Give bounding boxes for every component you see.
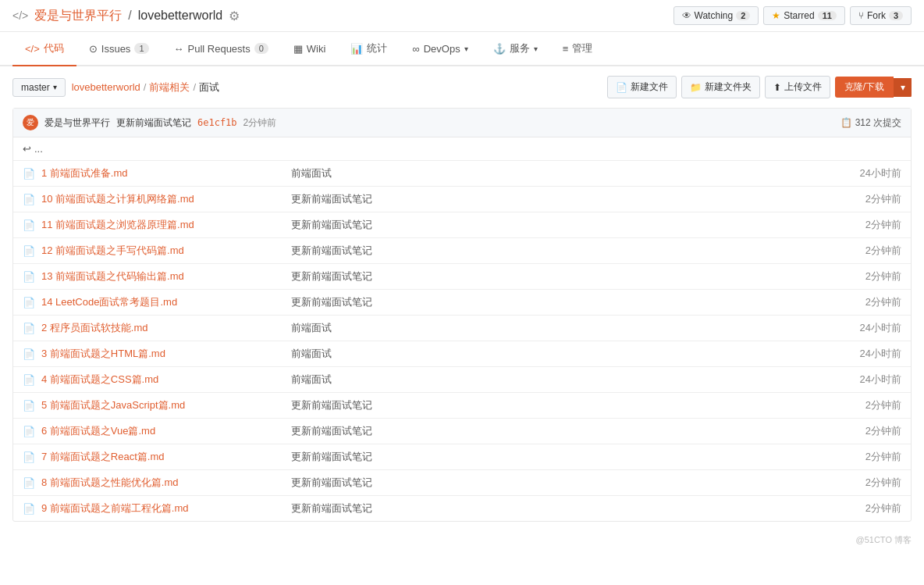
new-file-label: 新建文件 [631, 80, 668, 94]
eye-icon: 👁 [682, 10, 691, 21]
commit-time: 2分钟前 [243, 116, 277, 130]
fork-button[interactable]: ⑂ Fork 3 [850, 6, 912, 25]
file-link[interactable]: 3 前端面试题之HTML篇.md [41, 348, 165, 359]
file-commit-msg: 前端面试 [291, 321, 808, 335]
clone-button[interactable]: 克隆/下载 ▾ [835, 77, 912, 98]
new-folder-label: 新建文件夹 [705, 80, 752, 94]
avatar: 爱 [23, 115, 38, 130]
branch-selector[interactable]: master ▾ [12, 78, 66, 97]
file-icon: 📄 [23, 503, 35, 515]
file-commit-msg: 更新前端面试笔记 [291, 501, 808, 515]
back-label: ... [34, 143, 43, 155]
file-icon: 📄 [23, 348, 35, 360]
file-name: 14 LeetCode面试常考题目.md [41, 295, 291, 309]
repo-org-link[interactable]: 爱是与世界平行 [34, 8, 122, 24]
code-tab-label: 代码 [44, 41, 64, 55]
pr-badge: 0 [254, 43, 268, 54]
tab-wiki[interactable]: ▦ Wiki [281, 34, 339, 66]
tab-issues[interactable]: ⊙ Issues 1 [76, 34, 162, 66]
file-link[interactable]: 8 前端面试题之性能优化篇.md [41, 476, 179, 488]
services-dropdown-icon: ▾ [534, 45, 538, 53]
tab-code[interactable]: </> 代码 [12, 32, 76, 66]
table-row: 📄 13 前端面试题之代码输出篇.md 更新前端面试笔记 2分钟前 [13, 264, 911, 290]
tab-devops[interactable]: ∞ DevOps ▾ [400, 34, 480, 66]
clone-dropdown-button[interactable]: ▾ [894, 78, 912, 97]
file-icon: 📄 [23, 477, 35, 489]
new-folder-button[interactable]: 📁 新建文件夹 [681, 76, 760, 98]
table-row: 📄 9 前端面试题之前端工程化篇.md 更新前端面试笔记 2分钟前 [13, 496, 911, 521]
watching-button[interactable]: 👁 Watching 2 [673, 6, 759, 25]
file-name: 9 前端面试题之前端工程化篇.md [41, 501, 291, 515]
file-link[interactable]: 5 前端面试题之JavaScript篇.md [41, 399, 185, 411]
file-commit-msg: 更新前端面试笔记 [291, 218, 808, 232]
file-link[interactable]: 11 前端面试题之浏览器原理篇.md [41, 219, 194, 230]
file-commit-msg: 前端面试 [291, 373, 808, 387]
file-name: 1 前端面试准备.md [41, 166, 291, 180]
commit-message: 更新前端面试笔记 [116, 116, 191, 130]
file-rows-container: 📄 1 前端面试准备.md 前端面试 24小时前 📄 10 前端面试题之计算机网… [13, 161, 911, 521]
file-link[interactable]: 6 前端面试题之Vue篇.md [41, 425, 155, 437]
upload-file-button[interactable]: ⬆ 上传文件 [765, 76, 830, 98]
stats-tab-icon: 📊 [350, 43, 363, 55]
file-name: 11 前端面试题之浏览器原理篇.md [41, 218, 291, 232]
file-icon: 📄 [23, 451, 35, 463]
commit-count: 📋 312 次提交 [840, 116, 901, 130]
header-actions: 👁 Watching 2 ★ Starred 11 ⑂ Fork 3 [673, 6, 912, 25]
file-time: 2分钟前 [808, 476, 901, 490]
table-row: 📄 2 程序员面试软技能.md 前端面试 24小时前 [13, 316, 911, 341]
file-time: 2分钟前 [808, 398, 901, 412]
file-link[interactable]: 7 前端面试题之React篇.md [41, 451, 164, 462]
file-icon: 📄 [23, 219, 35, 231]
file-link[interactable]: 1 前端面试准备.md [41, 167, 128, 179]
breadcrumb-folder[interactable]: 前端相关 [149, 80, 190, 95]
file-commit-msg: 更新前端面试笔记 [291, 192, 808, 206]
toolbar-left: master ▾ lovebetterworld / 前端相关 / 面试 [12, 78, 219, 97]
tab-manage[interactable]: ≡ 管理 [550, 32, 606, 66]
file-name: 6 前端面试题之Vue篇.md [41, 424, 291, 438]
file-icon: 📄 [23, 297, 35, 309]
toolbar: master ▾ lovebetterworld / 前端相关 / 面试 📄 新… [12, 76, 912, 98]
file-commit-msg: 更新前端面试笔记 [291, 295, 808, 309]
commit-hash[interactable]: 6e1cf1b [197, 117, 237, 128]
code-icon: </> [12, 9, 28, 22]
tab-services[interactable]: ⚓ 服务 ▾ [481, 32, 550, 66]
repo-name: lovebetterworld [138, 9, 223, 23]
file-time: 24小时前 [808, 373, 901, 387]
file-name: 10 前端面试题之计算机网络篇.md [41, 192, 291, 206]
file-name: 12 前端面试题之手写代码篇.md [41, 244, 291, 258]
file-name: 3 前端面试题之HTML篇.md [41, 347, 291, 361]
starred-button[interactable]: ★ Starred 11 [763, 6, 845, 25]
tab-pull-requests[interactable]: ↔ Pull Requests 0 [162, 34, 281, 66]
file-link[interactable]: 10 前端面试题之计算机网络篇.md [41, 193, 194, 205]
file-link[interactable]: 14 LeetCode面试常考题目.md [41, 296, 177, 308]
file-link[interactable]: 13 前端面试题之代码输出篇.md [41, 270, 184, 282]
file-commit-msg: 更新前端面试笔记 [291, 398, 808, 412]
back-row[interactable]: ↩ ... [13, 137, 911, 161]
toolbar-right: 📄 新建文件 📁 新建文件夹 ⬆ 上传文件 克隆/下载 ▾ [607, 76, 912, 98]
clone-main-button[interactable]: 克隆/下载 [835, 77, 894, 98]
devops-tab-label: DevOps [424, 43, 460, 55]
top-header: </> 爱是与世界平行 / lovebetterworld ⚙ 👁 Watchi… [0, 0, 924, 32]
file-commit-msg: 更新前端面试笔记 [291, 424, 808, 438]
file-link[interactable]: 12 前端面试题之手写代码篇.md [41, 244, 184, 256]
file-link[interactable]: 9 前端面试题之前端工程化篇.md [41, 502, 189, 514]
breadcrumb-org[interactable]: lovebetterworld [72, 81, 140, 93]
pr-tab-label: Pull Requests [188, 43, 251, 55]
breadcrumb-sep-1: / [144, 81, 147, 93]
file-name: 2 程序员面试软技能.md [41, 321, 291, 335]
breadcrumb: lovebetterworld / 前端相关 / 面试 [72, 80, 219, 95]
file-time: 2分钟前 [808, 218, 901, 232]
commit-bar: 爱 爱是与世界平行 更新前端面试笔记 6e1cf1b 2分钟前 📋 312 次提… [13, 109, 911, 137]
file-link[interactable]: 4 前端面试题之CSS篇.md [41, 373, 158, 385]
file-time: 24小时前 [808, 347, 901, 361]
settings-icon[interactable]: ⚙ [229, 9, 240, 23]
devops-dropdown-icon: ▾ [464, 45, 468, 53]
stats-tab-label: 统计 [367, 41, 387, 55]
file-time: 2分钟前 [808, 424, 901, 438]
table-row: 📄 11 前端面试题之浏览器原理篇.md 更新前端面试笔记 2分钟前 [13, 212, 911, 238]
devops-tab-icon: ∞ [412, 43, 419, 55]
file-link[interactable]: 2 程序员面试软技能.md [41, 322, 148, 334]
tab-stats[interactable]: 📊 统计 [338, 32, 400, 66]
new-file-button[interactable]: 📄 新建文件 [607, 76, 677, 98]
file-icon: 📄 [23, 194, 35, 205]
